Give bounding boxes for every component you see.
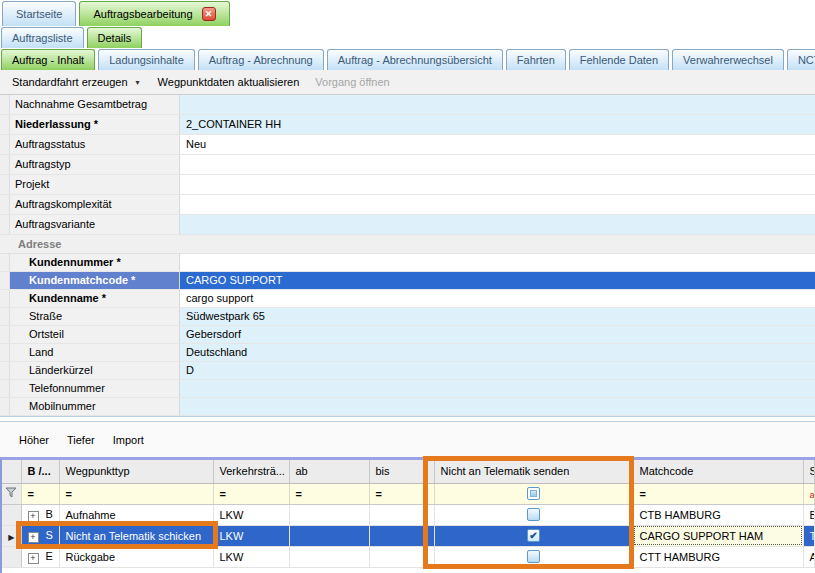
cell-matchcode-focused[interactable]: CARGO SUPPORT HAM — [633, 525, 803, 546]
section-header-adresse[interactable]: Adresse — [0, 235, 815, 254]
field-value-laenderkuerzel[interactable]: D — [180, 362, 815, 379]
field-value-auftragskomplexitaet[interactable] — [180, 195, 815, 214]
filter-cell-ab[interactable]: = — [289, 483, 369, 504]
cell-ab[interactable] — [289, 546, 369, 567]
equals-operator-icon: = — [376, 488, 382, 500]
cell-matchcode[interactable]: CTT HAMBURG — [633, 546, 803, 567]
tab-auftrag-abrechnung[interactable]: Auftrag - Abrechnung — [198, 49, 324, 70]
tab-ncts[interactable]: NCTS — [787, 49, 815, 70]
field-value-kundennummer[interactable] — [180, 254, 815, 271]
tab-fahrten[interactable]: Fahrten — [506, 49, 566, 70]
tab-fehlende-daten[interactable]: Fehlende Daten — [569, 49, 669, 70]
field-value-land[interactable]: Deutschland — [180, 344, 815, 361]
cell-code[interactable]: +B — [21, 504, 59, 525]
cell-wegpunkttyp[interactable]: Nicht an Telematik schicken — [59, 525, 213, 546]
cell-wegpunkttyp[interactable]: Aufnahme — [59, 504, 213, 525]
field-value-strasse[interactable]: Südwestpark 65 — [180, 308, 815, 325]
cell-verkehrstraeger[interactable]: LKW — [213, 504, 289, 525]
filter-cell-verkehrstraeger[interactable]: = — [213, 483, 289, 504]
expand-plus-icon[interactable]: + — [28, 553, 39, 564]
field-value-mobilnummer[interactable] — [180, 398, 815, 415]
checkbox-checked-icon[interactable]: ✔ — [527, 529, 540, 542]
field-value-kundenname[interactable]: cargo support — [180, 290, 815, 307]
expand-plus-icon[interactable]: + — [28, 511, 39, 522]
tab-startseite-label: Startseite — [16, 8, 62, 20]
filter-funnel-cell[interactable] — [2, 483, 21, 504]
chevron-down-icon[interactable]: ▾ — [136, 78, 150, 87]
column-header-nicht-an-telematik[interactable]: Nicht an Telematik senden — [434, 460, 633, 483]
waypoint-row-telematik-selected[interactable]: ▶ +S Nicht an Telematik schicken LKW ✔ C… — [2, 525, 815, 546]
tab-auftragsliste[interactable]: Auftragsliste — [1, 27, 84, 48]
field-value-nachnahme[interactable] — [180, 95, 815, 114]
cell-bis[interactable] — [369, 525, 434, 546]
field-label-mobilnummer: Mobilnummer — [10, 398, 180, 415]
cell-ab[interactable] — [289, 504, 369, 525]
cell-code[interactable]: +S — [21, 525, 59, 546]
cell-telematik[interactable] — [434, 546, 633, 567]
column-header-wegpunkttyp[interactable]: Wegpunkttyp — [59, 460, 213, 483]
equals-operator-icon: = — [28, 488, 34, 500]
cell-ab[interactable] — [289, 525, 369, 546]
filter-cell-code[interactable]: = — [21, 483, 59, 504]
filter-cell-bis[interactable]: = — [369, 483, 434, 504]
cell-verkehrstraeger[interactable]: LKW — [213, 546, 289, 567]
field-value-projekt[interactable] — [180, 175, 815, 194]
cell-telematik[interactable] — [434, 504, 633, 525]
cell-wegpunkttyp[interactable]: Rückgabe — [59, 546, 213, 567]
cell-telematik[interactable]: ✔ — [434, 525, 633, 546]
cell-strasse[interactable]: Tre — [803, 525, 815, 546]
column-header-ab[interactable]: ab — [289, 460, 369, 483]
column-header-verkehrstraeger[interactable]: Verkehrsträ... — [213, 460, 289, 483]
row-gutter — [0, 115, 10, 134]
wegpunktdaten-aktualisieren-button[interactable]: Wegpunktdaten aktualisieren — [150, 76, 308, 88]
cell-bis[interactable] — [369, 546, 434, 567]
checkbox-unchecked-icon[interactable] — [527, 550, 540, 563]
waypoint-row-rueckgabe[interactable]: +E Rückgabe LKW CTT HAMBURG An — [2, 546, 815, 567]
tab-label: NCTS — [798, 54, 815, 66]
tab-startseite[interactable]: Startseite — [2, 1, 76, 26]
checkbox-unchecked-icon[interactable] — [527, 508, 540, 521]
field-value-auftragstyp[interactable] — [180, 155, 815, 174]
column-header-bis[interactable]: bis — [369, 460, 434, 483]
cell-code[interactable]: +E — [21, 546, 59, 567]
standardfahrt-erzeugen-button[interactable]: Standardfahrt erzeugen — [4, 76, 136, 88]
filter-cell-telematik[interactable] — [434, 483, 633, 504]
tab-ladungsinhalte[interactable]: Ladungsinhalte — [98, 49, 195, 70]
filter-cell-strasse[interactable]: aB — [803, 483, 815, 504]
field-value-niederlassung[interactable]: 2_CONTAINER HH — [180, 115, 815, 134]
tab-details[interactable]: Details — [87, 27, 143, 48]
filter-cell-matchcode[interactable]: = — [633, 483, 803, 504]
row-indicator — [2, 546, 21, 567]
cell-verkehrstraeger[interactable]: LKW — [213, 525, 289, 546]
cell-strasse[interactable]: An — [803, 546, 815, 567]
cell-matchcode[interactable]: CTB HAMBURG — [633, 504, 803, 525]
field-value-kundenmatchcode[interactable]: CARGO SUPPORT — [180, 272, 815, 289]
row-gutter — [0, 215, 10, 234]
tiefer-button[interactable]: Tiefer — [58, 434, 104, 446]
waypoint-row-aufnahme[interactable]: +B Aufnahme LKW CTB HAMBURG Bu — [2, 504, 815, 525]
import-button[interactable]: Import — [104, 434, 153, 446]
tab-label: Auftrag - Inhalt — [12, 54, 84, 66]
code-value: B — [46, 508, 53, 520]
field-value-ortsteil[interactable]: Gebersdorf — [180, 326, 815, 343]
tab-auftragsbearbeitung[interactable]: Auftragsbearbeitung ✕ — [79, 1, 229, 26]
column-header-matchcode[interactable]: Matchcode — [633, 460, 803, 483]
checkbox-indeterminate-icon[interactable] — [527, 487, 540, 500]
cell-strasse[interactable]: Bu — [803, 504, 815, 525]
hoeher-button[interactable]: Höher — [10, 434, 58, 446]
cell-bis[interactable] — [369, 504, 434, 525]
column-header-strasse[interactable]: Str — [803, 460, 815, 483]
form-row: Kundenname * cargo support — [0, 290, 815, 308]
filter-cell-wegpunkttyp[interactable]: = — [59, 483, 213, 504]
field-value-auftragsstatus[interactable]: Neu — [180, 135, 815, 154]
tab-label: Auftrag - Abrechnung — [209, 54, 313, 66]
field-value-telefonnummer[interactable] — [180, 380, 815, 397]
expand-plus-icon[interactable]: + — [28, 532, 39, 543]
tab-auftrag-inhalt[interactable]: Auftrag - Inhalt — [1, 49, 95, 70]
window-tab-bar: Startseite Auftragsbearbeitung ✕ — [0, 0, 815, 26]
tab-verwahrerwechsel[interactable]: Verwahrerwechsel — [672, 49, 784, 70]
field-value-auftragsvariante[interactable] — [180, 215, 815, 234]
close-icon[interactable]: ✕ — [202, 7, 216, 21]
tab-auftrag-abrechnungsuebersicht[interactable]: Auftrag - Abrechnungsübersicht — [327, 49, 503, 70]
column-header-code[interactable]: B /... — [21, 460, 59, 483]
